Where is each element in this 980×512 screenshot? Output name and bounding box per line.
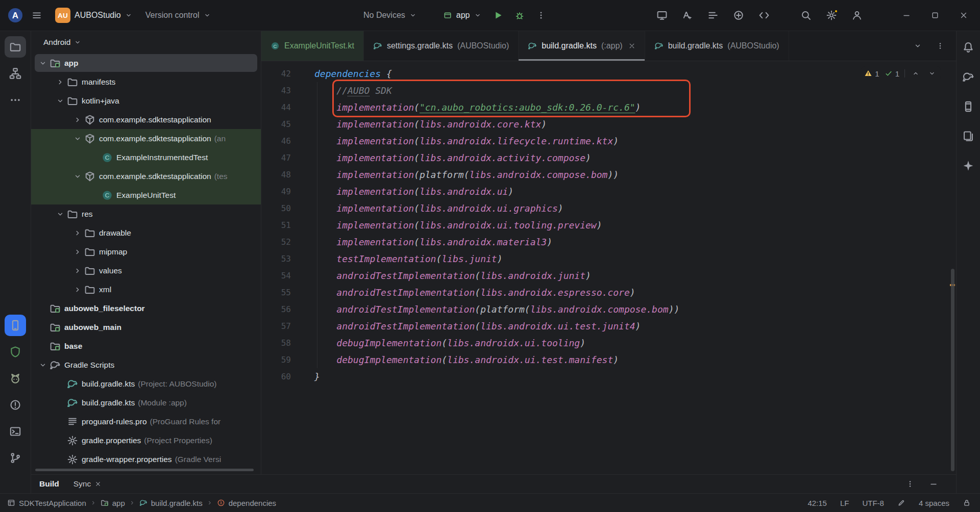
tree-item-exampleunittest[interactable]: CExampleUnitTest bbox=[31, 186, 261, 204]
breadcrumb-build-gradle-kts[interactable]: build.gradle.kts bbox=[139, 499, 203, 507]
line-number[interactable]: 60 bbox=[261, 368, 302, 385]
tree-item-manifests[interactable]: manifests bbox=[31, 72, 261, 91]
hide-panel-button[interactable] bbox=[926, 477, 941, 491]
tree-expand-toggle[interactable] bbox=[71, 170, 84, 183]
tree-item-auboweb-main[interactable]: auboweb_main bbox=[31, 318, 261, 337]
line-number[interactable]: 57 bbox=[261, 318, 302, 335]
passed-counter[interactable]: 1 bbox=[885, 69, 899, 78]
breadcrumb-app[interactable]: app bbox=[101, 499, 125, 507]
line-number[interactable]: 55 bbox=[261, 284, 302, 301]
tree-item-com-example-sdktestapplication[interactable]: com.example.sdktestapplication(an bbox=[31, 129, 261, 148]
panel-options-button[interactable] bbox=[903, 477, 917, 491]
tree-item-exampleinstrumentedtest[interactable]: CExampleInstrumentedTest bbox=[31, 148, 261, 167]
editor-scrollbar[interactable] bbox=[949, 61, 956, 474]
line-number[interactable]: 43 bbox=[261, 82, 302, 99]
search-everywhere-button[interactable] bbox=[796, 6, 816, 25]
tree-item-com-example-sdktestapplication[interactable]: com.example.sdktestapplication(tes bbox=[31, 167, 261, 186]
line-number[interactable]: 56 bbox=[261, 301, 302, 318]
code-editor[interactable]: 42dependencies {43 //AUBO SDK44 implemen… bbox=[261, 61, 956, 474]
breadcrumb-dependencies[interactable]: λdependencies bbox=[217, 499, 276, 507]
tree-item-mipmap[interactable]: mipmap bbox=[31, 242, 261, 261]
run-config-selector[interactable]: app bbox=[438, 5, 486, 25]
line-number[interactable]: 58 bbox=[261, 335, 302, 351]
tree-expand-toggle[interactable] bbox=[71, 132, 84, 145]
tree-expand-toggle[interactable] bbox=[71, 264, 84, 277]
tree-item-gradle-scripts[interactable]: Gradle Scripts bbox=[31, 355, 261, 374]
tree-item-gradle-wrapper-properties[interactable]: gradle-wrapper.properties(Gradle Versi bbox=[31, 450, 261, 469]
tree-item-app[interactable]: app bbox=[31, 54, 261, 72]
indent-style[interactable]: 4 spaces bbox=[919, 499, 949, 507]
tree-expand-toggle[interactable] bbox=[54, 94, 67, 108]
line-number[interactable]: 45 bbox=[261, 116, 302, 133]
project-tool-button[interactable] bbox=[5, 36, 26, 58]
tree-expand-toggle[interactable] bbox=[54, 75, 67, 89]
device-manager-button[interactable] bbox=[958, 96, 978, 117]
tab-options-button[interactable] bbox=[933, 38, 948, 54]
problems-button[interactable] bbox=[5, 394, 26, 416]
tree-item-build-gradle-kts[interactable]: build.gradle.kts(Module :app) bbox=[31, 393, 261, 412]
caret-position[interactable]: 42:15 bbox=[807, 499, 827, 507]
device-explorer-button[interactable] bbox=[958, 126, 978, 146]
account-button[interactable] bbox=[847, 6, 867, 25]
editor-tab-build-gradle-kts-app[interactable]: build.gradle.kts(:app) bbox=[519, 31, 645, 61]
maximize-button[interactable] bbox=[921, 0, 949, 31]
project-horizontal-scrollbar[interactable] bbox=[35, 469, 254, 471]
editor-tab-exampleunittest-kt[interactable]: CExampleUnitTest.kt bbox=[261, 31, 364, 61]
ui-check-button[interactable] bbox=[678, 6, 697, 25]
tree-item-res[interactable]: res bbox=[31, 204, 261, 223]
tree-item-xml[interactable]: xml bbox=[31, 280, 261, 299]
running-devices-button[interactable] bbox=[5, 315, 26, 336]
tree-item-auboweb-fileselector[interactable]: auboweb_fileselector bbox=[31, 299, 261, 318]
tree-item-proguard-rules-pro[interactable]: proguard-rules.pro(ProGuard Rules for bbox=[31, 412, 261, 431]
sdk-tools-button[interactable] bbox=[754, 6, 774, 25]
editor-tab-build-gradle-kts-aubostudio[interactable]: build.gradle.kts(AUBOStudio) bbox=[645, 31, 789, 61]
structure-tool-button[interactable] bbox=[5, 63, 26, 84]
build-tasks-button[interactable] bbox=[703, 6, 723, 25]
terminal-button[interactable] bbox=[5, 421, 26, 442]
project-view-selector[interactable]: Android bbox=[31, 31, 261, 54]
device-selector[interactable]: No Devices bbox=[358, 5, 422, 25]
more-run-options-button[interactable] bbox=[531, 6, 551, 25]
panel-tab-build[interactable]: Build bbox=[39, 479, 59, 489]
gradle-tool-button[interactable] bbox=[958, 67, 978, 87]
close-button[interactable] bbox=[949, 0, 978, 31]
line-number[interactable]: 47 bbox=[261, 149, 302, 166]
line-number[interactable]: 46 bbox=[261, 133, 302, 149]
inspections-widget[interactable]: 1 1 bbox=[861, 66, 941, 81]
breadcrumb-sdktestapplication[interactable]: SDKTestApplication bbox=[7, 499, 86, 507]
tab-close-icon[interactable] bbox=[628, 42, 635, 49]
line-number[interactable]: 44 bbox=[261, 99, 302, 116]
main-menu-button[interactable] bbox=[27, 5, 47, 25]
notifications-button[interactable] bbox=[958, 37, 978, 58]
minimize-button[interactable] bbox=[892, 0, 921, 31]
tree-expand-toggle[interactable] bbox=[71, 226, 84, 240]
more-tool-windows-button[interactable] bbox=[5, 89, 26, 111]
file-encoding[interactable]: UTF-8 bbox=[862, 499, 884, 507]
scrollbar-thumb[interactable] bbox=[951, 269, 954, 471]
line-number[interactable]: 42 bbox=[261, 65, 302, 82]
logcat-button[interactable] bbox=[5, 368, 26, 389]
panel-tab-close-icon[interactable] bbox=[95, 481, 101, 487]
highlighting-level[interactable] bbox=[897, 499, 905, 507]
next-problem-button[interactable] bbox=[926, 68, 938, 79]
debug-button[interactable] bbox=[510, 6, 529, 25]
tree-item-build-gradle-kts[interactable]: build.gradle.kts(Project: AUBOStudio) bbox=[31, 374, 261, 393]
line-number[interactable]: 49 bbox=[261, 183, 302, 200]
line-separator[interactable]: LF bbox=[840, 499, 849, 507]
line-number[interactable]: 51 bbox=[261, 217, 302, 234]
version-control-button[interactable]: Version control bbox=[140, 5, 216, 25]
gemini-button[interactable] bbox=[958, 156, 978, 176]
tree-expand-toggle[interactable] bbox=[71, 283, 84, 296]
tree-expand-toggle[interactable] bbox=[36, 57, 50, 70]
panel-tab-sync[interactable]: Sync bbox=[74, 479, 101, 489]
tree-item-gradle-properties[interactable]: gradle.properties(Project Properties) bbox=[31, 431, 261, 450]
previous-problem-button[interactable] bbox=[910, 68, 921, 79]
settings-button[interactable] bbox=[822, 6, 841, 25]
tree-item-com-example-sdktestapplication[interactable]: com.example.sdktestapplication bbox=[31, 110, 261, 129]
line-number[interactable]: 50 bbox=[261, 200, 302, 217]
tab-list-button[interactable] bbox=[910, 38, 925, 54]
line-number[interactable]: 54 bbox=[261, 267, 302, 284]
device-mirror-button[interactable] bbox=[652, 6, 672, 25]
tree-item-base[interactable]: base bbox=[31, 337, 261, 355]
readonly-toggle[interactable] bbox=[963, 499, 971, 507]
